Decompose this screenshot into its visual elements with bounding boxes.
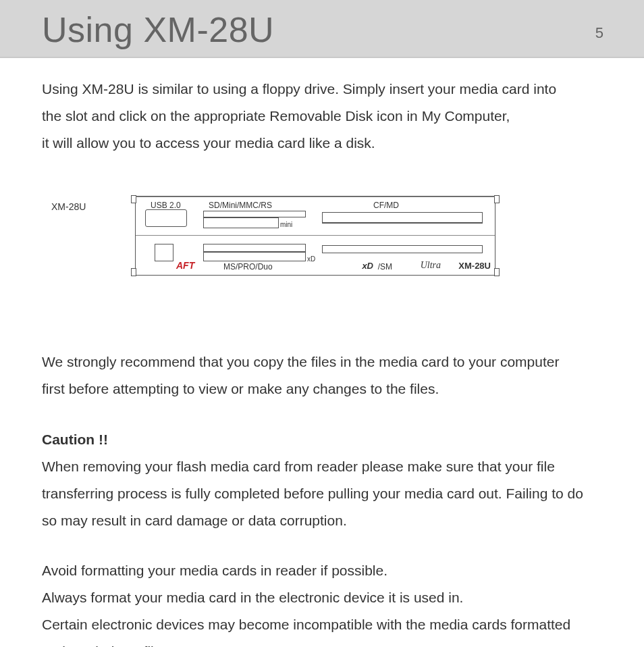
diagram-side-label: XM-28U <box>51 196 135 215</box>
device-outline: USB 2.0 SD/Mini/MMC/RS CF/MD mini <box>135 196 495 276</box>
page-content: Using XM-28U is similar to using a flopp… <box>0 58 644 647</box>
label-cf: CF/MD <box>373 199 399 213</box>
ms-slot-icon <box>203 244 306 252</box>
format-advice-line: Always format your media card in the ele… <box>42 586 603 610</box>
brand-model-text: XM-28U <box>458 259 491 274</box>
page-number: 5 <box>595 24 603 42</box>
device-top-row: USB 2.0 SD/Mini/MMC/RS CF/MD mini <box>136 197 495 235</box>
intro-line: the slot and click on the appropriate Re… <box>42 104 603 128</box>
small-slot-icon <box>155 244 173 261</box>
caution-line: transferring process is fully completed … <box>42 482 603 506</box>
brand-xd-logo: xD <box>362 259 373 274</box>
caution-heading: Caution !! <box>42 428 603 452</box>
format-advice-line: Certain electronic devices may become in… <box>42 613 603 637</box>
sd-slot-icon <box>203 211 306 217</box>
format-advice-line: Avoid formatting your media cards in rea… <box>42 559 603 583</box>
label-xd: xD <box>307 253 315 265</box>
sm-slot-icon <box>322 245 483 253</box>
caution-line: so may result in card damage or data cor… <box>42 509 603 533</box>
label-mini: mini <box>280 219 292 230</box>
device-bottom-row: xD MS/PRO/Duo AFT xD /SM Ultra XM-28U <box>136 235 495 275</box>
label-ms: MS/PRO/Duo <box>223 260 273 274</box>
cf-slot-icon <box>322 212 483 223</box>
caution-line: When removing your flash media card from… <box>42 455 603 479</box>
notch-icon <box>494 195 500 203</box>
format-advice-line: under Windows file systems. <box>42 640 603 647</box>
recommend-line: first before attempting to view or make … <box>42 377 603 401</box>
intro-line: it will allow you to access your media c… <box>42 131 603 155</box>
usb-slot-icon <box>145 209 187 227</box>
brand-sm-text: /SM <box>378 260 392 274</box>
page-title: Using XM-28U <box>42 10 274 49</box>
brand-ultra-text: Ultra <box>421 257 441 274</box>
notch-icon <box>494 268 500 276</box>
intro-line: Using XM-28U is similar to using a flopp… <box>42 77 603 101</box>
cf-slot-line-icon <box>322 223 483 224</box>
page-header: Using XM-28U 5 <box>0 0 644 58</box>
brand-aft-logo: AFT <box>176 257 194 274</box>
mini-slot-icon <box>203 217 279 228</box>
device-diagram: XM-28U USB 2.0 SD/Mini/MMC/RS CF/MD mini <box>51 196 603 276</box>
recommend-line: We strongly recommend that you copy the … <box>42 350 603 374</box>
